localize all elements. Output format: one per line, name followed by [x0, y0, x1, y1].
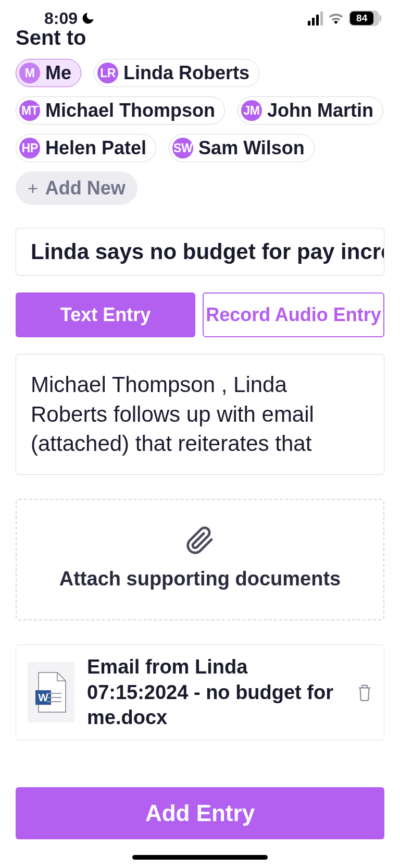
- tab-text-entry[interactable]: Text Entry: [16, 292, 195, 337]
- word-document-icon: W: [28, 662, 74, 723]
- recipient-chip[interactable]: MMe: [16, 59, 81, 87]
- attach-label: Attach supporting documents: [59, 568, 341, 590]
- status-time: 8:09: [44, 9, 78, 28]
- home-indicator[interactable]: [132, 855, 268, 860]
- svg-text:W: W: [39, 692, 48, 703]
- entry-title-input[interactable]: Linda says no budget for pay incre: [16, 228, 384, 276]
- attachment-row[interactable]: W Email from Linda 07:15:2024 - no budge…: [16, 644, 384, 740]
- recipient-name: Linda Roberts: [123, 62, 249, 84]
- attachment-filename: Email from Linda 07:15:2024 - no budget …: [87, 654, 344, 730]
- recipient-name: Me: [45, 62, 71, 84]
- recipient-chip[interactable]: MTMichael Thompson: [16, 96, 225, 125]
- recipient-avatar: HP: [19, 138, 40, 158]
- recipient-avatar: LR: [97, 63, 118, 83]
- plus-icon: +: [28, 178, 38, 199]
- recipient-chip[interactable]: LRLinda Roberts: [94, 59, 259, 87]
- recipient-name: Sam Wilson: [198, 137, 305, 159]
- tab-record-audio-entry[interactable]: Record Audio Entry: [203, 292, 384, 337]
- recipient-avatar: M: [19, 63, 40, 83]
- recipient-avatar: MT: [19, 100, 40, 121]
- paperclip-icon: [185, 526, 215, 555]
- battery-indicator: 84: [349, 10, 379, 26]
- add-recipient-button[interactable]: +Add New: [16, 172, 138, 205]
- battery-level: 84: [356, 13, 367, 24]
- recipient-chip[interactable]: JMJohn Martin: [238, 96, 383, 125]
- recipient-chips: MMeLRLinda RobertsMTMichael ThompsonJMJo…: [16, 59, 384, 205]
- delete-attachment-icon[interactable]: [357, 683, 372, 701]
- status-left: 8:09: [44, 9, 95, 28]
- add-recipient-label: Add New: [45, 177, 126, 199]
- do-not-disturb-icon: [81, 11, 95, 26]
- attach-dropzone[interactable]: Attach supporting documents: [16, 499, 384, 620]
- entry-mode-tabs: Text Entry Record Audio Entry: [16, 292, 384, 337]
- recipient-chip[interactable]: SWSam Wilson: [169, 134, 315, 162]
- recipient-name: John Martin: [267, 100, 373, 121]
- add-entry-button[interactable]: Add Entry: [16, 787, 384, 839]
- status-right: 84: [308, 10, 379, 26]
- entry-body-textarea[interactable]: Michael Thompson , Linda Roberts follows…: [16, 354, 384, 475]
- recipient-name: Helen Patel: [45, 137, 146, 159]
- cellular-signal-icon: [308, 11, 323, 26]
- recipient-avatar: SW: [172, 138, 193, 158]
- recipient-chip[interactable]: HPHelen Patel: [16, 134, 156, 162]
- sent-to-label: Sent to: [16, 26, 384, 50]
- recipient-name: Michael Thompson: [45, 100, 215, 121]
- recipient-avatar: JM: [241, 100, 262, 121]
- wifi-icon: [328, 12, 344, 25]
